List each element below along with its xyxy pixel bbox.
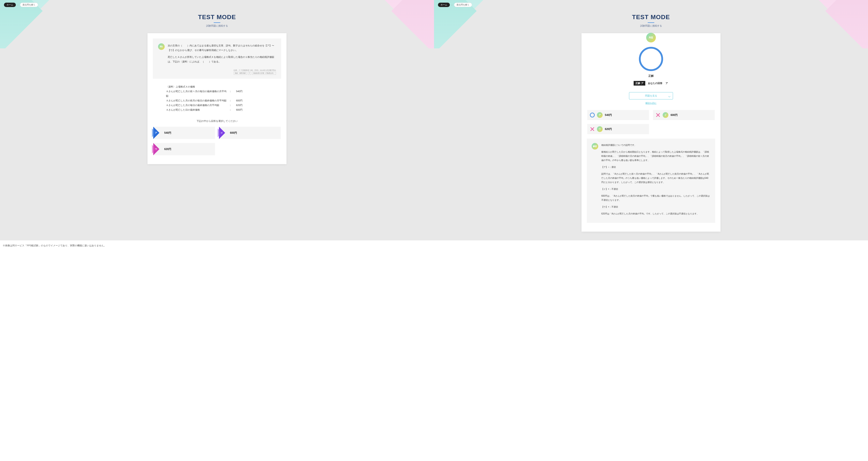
correct-answer-badge: 正解 ア (633, 81, 645, 86)
category-tag: F (248, 72, 251, 75)
explanation-badge: 解説 (592, 143, 598, 150)
answer-summary: 正解 ア あなたの回答 ア (587, 81, 715, 86)
explanation-text: 相続税評価額についての設問です。 被相続人が死亡した日から相続開始日となります。… (601, 143, 710, 218)
choice-text: 600円 (230, 131, 237, 135)
result-choice-a: ア 540円 (587, 110, 649, 120)
page-title: TEST MODE (0, 13, 434, 21)
choice-letter: ア (155, 131, 157, 134)
material-row: Ａさんが死亡した月の前月の毎日の最終価格の月平均額 ： 600円 (166, 98, 268, 103)
choice-text: 620円 (605, 127, 612, 131)
your-answer-label: あなたの回答 (648, 81, 663, 86)
material-row: Ａさんが死亡した月の毎日の最終価格の月平均額 ： 620円 (166, 103, 268, 107)
circle-icon (590, 113, 595, 118)
choice-text: 600円 (671, 113, 678, 117)
instruction-text: 下記の中から回答を選択してください (153, 119, 281, 123)
disclaimer-note: ※画像は同サービス「FP3級試験」のものでイメージであり、実際の機能に違いはあり… (0, 240, 868, 251)
question-text: 次の文章の（ ）内にあてはまる最も適切な文章、語句、数字またはそれらの組合せを【… (168, 43, 276, 66)
chevron-right-icon: › (452, 4, 452, 6)
category-tag: 相続財産の評価（不動産以外） (252, 72, 276, 75)
breadcrumb: ホーム › 過去問を解く (434, 0, 868, 10)
result-panel: ホーム › 過去問を解く TEST MODE 試験問題に挑戦する 判定 正解 正… (434, 0, 868, 240)
read-explanation-link[interactable]: 解説を読む (587, 102, 715, 105)
cross-icon (590, 127, 595, 131)
result-choice-b: イ 600円 (653, 110, 715, 120)
page-subtitle: 試験問題に挑戦する (640, 24, 662, 28)
question-block: 問1 次の文章の（ ）内にあてはまる最も適切な文章、語句、数字またはそれらの組合… (153, 38, 281, 79)
choice-text: 540円 (164, 131, 171, 135)
result-card: 判定 正解 正解 ア あなたの回答 ア 問題を見る 解説を読む ア 540円 (582, 33, 720, 232)
material-row: Ａさんが死亡した日の最終価格 ： 600円 (166, 107, 268, 112)
result-choice-c: ウ 620円 (587, 124, 649, 134)
hero: TEST MODE 試験問題に挑戦する (434, 10, 868, 33)
category-tag: 相続・事業承継 (234, 72, 247, 75)
page-title: TEST MODE (434, 13, 868, 21)
choice-letter-badge: ア (597, 112, 602, 118)
choice-text: 540円 (605, 113, 612, 117)
breadcrumb-item[interactable]: 過去問を解く (454, 3, 472, 7)
judge-badge: 判定 (646, 33, 656, 42)
breadcrumb-home[interactable]: ホーム (4, 3, 16, 7)
choice-option-c[interactable]: ウ 620円 (153, 143, 215, 155)
choice-grid: ア 540円 イ 600円 ウ 620円 (153, 127, 281, 155)
material-block: 〈資料〉上場株式Ｘの価格 Ａさんが死亡した月の前々月の毎日の最終価格の月平均額 … (153, 79, 281, 114)
choice-letter-badge: イ (663, 112, 669, 118)
chevron-right-icon: › (18, 4, 18, 6)
material-title: 〈資料〉上場株式Ｘの価格 (166, 85, 268, 89)
hero: TEST MODE 試験問題に挑戦する (0, 10, 434, 33)
question-number-badge: 問1 (158, 43, 165, 50)
material-row: Ａさんが死亡した月の前々月の毎日の最終価格の月平均額 ： 540円 (166, 89, 268, 98)
explanation-block: 解説 相続税評価額についての設問です。 被相続人が死亡した日から相続開始日となり… (587, 139, 715, 223)
correct-circle-icon (639, 47, 663, 71)
result-choice-grid: ア 540円 イ 600円 ウ 620円 (587, 110, 715, 139)
choice-letter-badge: ウ (597, 126, 602, 132)
page-subtitle: 試験問題に挑戦する (206, 24, 228, 28)
breadcrumb: ホーム › 過去問を解く (0, 0, 434, 10)
view-question-button[interactable]: 問題を見る (629, 92, 673, 99)
choice-letter: ウ (155, 148, 157, 151)
question-card: 問1 次の文章の（ ）内にあてはまる最も適切な文章、語句、数字またはそれらの組合… (148, 33, 286, 164)
breadcrumb-item[interactable]: 過去問を解く (20, 3, 38, 7)
choice-option-b[interactable]: イ 600円 (219, 127, 281, 139)
cross-icon (656, 113, 660, 118)
question-source: 出典：ＦＰ技能検定３級（学科）2024年5月試験 問50 相続・事業承継 F 相… (158, 69, 276, 75)
breadcrumb-home[interactable]: ホーム (438, 3, 450, 7)
your-answer-value: ア (665, 81, 669, 86)
result-label: 正解 (587, 74, 715, 78)
choice-letter: イ (221, 131, 223, 134)
choice-option-a[interactable]: ア 540円 (153, 127, 215, 139)
choice-text: 620円 (164, 147, 171, 151)
question-panel: ホーム › 過去問を解く TEST MODE 試験問題に挑戦する 問1 次の文章… (0, 0, 434, 240)
